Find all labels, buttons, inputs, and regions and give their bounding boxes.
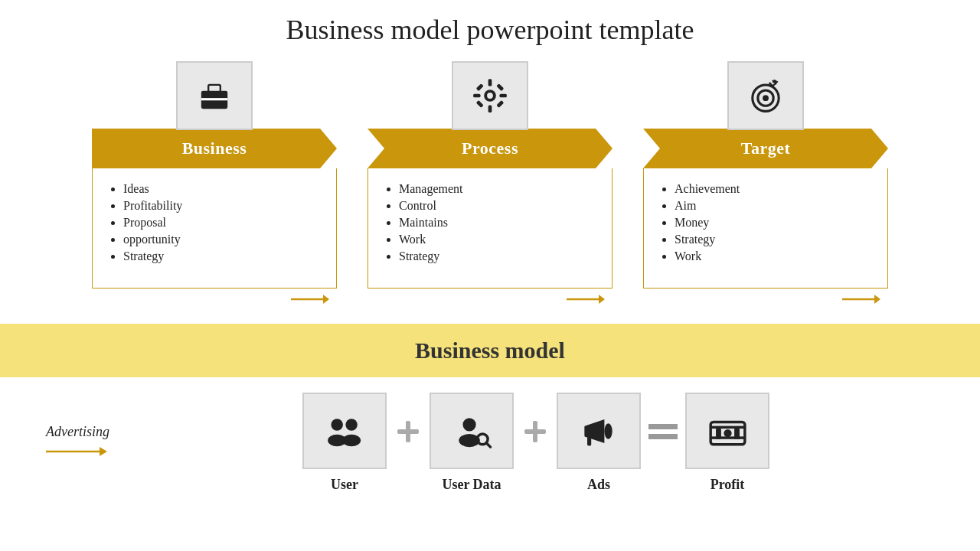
top-section: Business Ideas Profitability Proposal op… <box>0 61 980 310</box>
svg-point-34 <box>462 418 475 431</box>
list-item: opportunity <box>123 233 321 246</box>
process-arrow <box>567 292 605 310</box>
megaphone-icon <box>578 410 620 452</box>
svg-rect-7 <box>488 79 492 86</box>
target-content: Achievement Aim Money Strategy Work <box>643 168 888 289</box>
profit-icon-box <box>685 393 769 469</box>
list-item: Strategy <box>123 249 321 263</box>
process-list: Management Control Maintains Work Strate… <box>391 182 596 263</box>
users-icon <box>324 410 366 452</box>
operator-plus-1 <box>394 418 422 445</box>
bottom-section: Advertising User <box>0 377 980 493</box>
bottom-item-profit: Profit <box>685 393 769 493</box>
list-item: Profitability <box>123 199 321 213</box>
page-title: Business model powerpoint template <box>0 0 980 54</box>
user-icon-box <box>302 393 387 469</box>
target-list: Achievement Aim Money Strategy Work <box>667 182 872 263</box>
money-icon <box>707 410 749 452</box>
list-item: Achievement <box>675 182 872 196</box>
column-business: Business Ideas Profitability Proposal op… <box>92 61 337 310</box>
list-item: Strategy <box>399 249 596 263</box>
column-process: Process Management Control Maintains Wor… <box>368 61 612 310</box>
svg-rect-10 <box>500 94 507 98</box>
briefcase-icon <box>195 77 234 115</box>
business-icon-box <box>176 61 253 130</box>
svg-point-42 <box>604 423 612 439</box>
list-item: Money <box>675 216 872 230</box>
svg-rect-9 <box>473 94 480 98</box>
svg-marker-27 <box>100 447 107 456</box>
svg-marker-4 <box>323 295 329 304</box>
profit-label: Profit <box>710 477 745 493</box>
svg-rect-33 <box>397 429 419 434</box>
operator-plus-2 <box>521 418 549 445</box>
target-icon <box>746 77 785 115</box>
svg-rect-2 <box>201 98 227 100</box>
business-arrow <box>291 292 329 310</box>
svg-rect-12 <box>496 83 504 91</box>
target-arrow <box>842 292 880 310</box>
ads-icon-box <box>557 393 641 469</box>
business-model-text: Business model <box>415 337 565 363</box>
business-content: Ideas Profitability Proposal opportunity… <box>92 168 337 289</box>
advertising-arrow <box>46 445 107 461</box>
svg-rect-40 <box>584 425 590 436</box>
svg-line-37 <box>486 442 490 446</box>
equals-bar-2 <box>648 434 678 439</box>
svg-point-6 <box>487 93 493 99</box>
bottom-item-userdata: User Data <box>430 393 514 493</box>
user-data-label: User Data <box>442 477 501 493</box>
svg-rect-41 <box>587 436 591 445</box>
list-item: Proposal <box>123 216 321 230</box>
svg-rect-48 <box>734 429 740 439</box>
process-icon-box <box>452 61 528 130</box>
svg-rect-44 <box>710 425 745 428</box>
gear-icon <box>471 77 509 115</box>
svg-rect-39 <box>524 429 546 434</box>
ads-label: Ads <box>587 477 610 493</box>
svg-rect-47 <box>716 429 721 439</box>
list-item: Control <box>399 199 596 213</box>
business-list: Ideas Profitability Proposal opportunity… <box>116 182 321 263</box>
business-label: Business <box>182 139 247 158</box>
svg-rect-11 <box>476 83 484 91</box>
column-target: Target Achievement Aim Money Strategy Wo… <box>643 61 888 310</box>
process-content: Management Control Maintains Work Strate… <box>368 168 612 289</box>
list-item: Maintains <box>399 216 596 230</box>
user-label: User <box>331 477 358 493</box>
business-banner: Business <box>92 129 337 168</box>
operator-equals <box>648 424 678 439</box>
advertising-text: Advertising <box>46 424 109 440</box>
target-label: Target <box>741 139 791 158</box>
svg-point-28 <box>331 419 342 430</box>
svg-point-19 <box>763 95 769 101</box>
svg-rect-14 <box>496 100 504 108</box>
bottom-item-user: User <box>302 393 387 493</box>
list-item: Strategy <box>675 233 872 246</box>
advertising-section: Advertising <box>46 424 138 461</box>
svg-point-46 <box>724 429 731 436</box>
user-search-icon <box>451 410 493 452</box>
svg-marker-16 <box>599 295 605 304</box>
process-label: Process <box>462 139 518 158</box>
list-item: Work <box>399 233 596 246</box>
list-item: Work <box>675 249 872 263</box>
bottom-items: User User Data <box>138 393 934 493</box>
equals-bar-1 <box>648 424 678 429</box>
target-icon-box <box>727 61 804 130</box>
user-data-icon-box <box>430 393 514 469</box>
business-model-banner: Business model <box>0 324 980 377</box>
svg-point-30 <box>345 419 357 430</box>
target-banner: Target <box>643 129 888 168</box>
svg-rect-8 <box>488 106 492 112</box>
bottom-item-ads: Ads <box>557 393 641 493</box>
process-banner: Process <box>368 129 612 168</box>
list-item: Management <box>399 182 596 196</box>
svg-point-31 <box>342 434 361 445</box>
list-item: Ideas <box>123 182 321 196</box>
svg-marker-25 <box>874 295 880 304</box>
list-item: Aim <box>675 199 872 213</box>
svg-rect-13 <box>476 100 484 108</box>
